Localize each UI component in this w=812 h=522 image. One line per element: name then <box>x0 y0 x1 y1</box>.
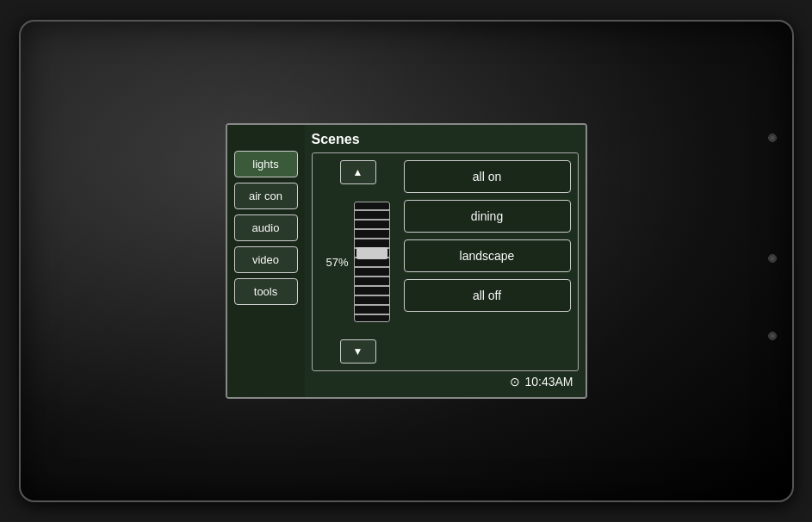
scene-button-all-off[interactable]: all off <box>404 279 571 312</box>
slider-line <box>355 304 389 306</box>
scenes-title: Scenes <box>312 132 579 147</box>
slider-lines <box>355 202 389 321</box>
scene-button-landscape[interactable]: landscape <box>404 239 571 272</box>
screw-top <box>768 134 777 142</box>
screw-bottom <box>768 332 777 340</box>
device-panel: lights air con audio video tools Scenes … <box>19 20 794 502</box>
scene-button-all-on[interactable]: all on <box>404 160 571 193</box>
slider-area: ▲ 57% <box>319 160 397 364</box>
slider-line <box>355 285 389 287</box>
main-content: Scenes ▲ 57% <box>305 125 586 397</box>
slider-line <box>355 314 389 315</box>
lcd-screen: lights air con audio video tools Scenes … <box>226 123 587 399</box>
time-bar: ⊙ 10:43AM <box>312 371 579 390</box>
nav-button-tools[interactable]: tools <box>234 278 298 305</box>
slider-line <box>355 276 389 277</box>
percent-label: 57% <box>325 256 348 269</box>
nav-button-lights[interactable]: lights <box>234 151 298 177</box>
screw-middle <box>768 254 777 263</box>
slider-up-button[interactable]: ▲ <box>340 160 376 184</box>
slider-track[interactable] <box>354 202 390 322</box>
slider-down-button[interactable]: ▼ <box>340 339 376 364</box>
scene-button-dining[interactable]: dining <box>404 200 571 233</box>
nav-button-aircon[interactable]: air con <box>234 183 298 209</box>
slider-line <box>355 228 389 230</box>
slider-track-container: 57% <box>325 188 389 336</box>
slider-line <box>355 295 389 296</box>
nav-button-audio[interactable]: audio <box>234 214 298 241</box>
nav-sidebar: lights air con audio video tools <box>227 125 305 397</box>
clock-icon: ⊙ <box>510 375 520 388</box>
content-area: ▲ 57% <box>312 152 579 371</box>
slider-line <box>355 219 389 221</box>
slider-line <box>355 209 389 211</box>
nav-button-video[interactable]: video <box>234 246 298 273</box>
scene-buttons-group: all on dining landscape all off <box>404 160 571 364</box>
slider-line <box>355 266 389 268</box>
slider-line <box>355 238 389 239</box>
down-arrow-icon: ▼ <box>353 345 363 357</box>
up-arrow-icon: ▲ <box>353 166 363 178</box>
time-display: 10:43AM <box>524 375 573 388</box>
slider-thumb <box>356 247 387 259</box>
